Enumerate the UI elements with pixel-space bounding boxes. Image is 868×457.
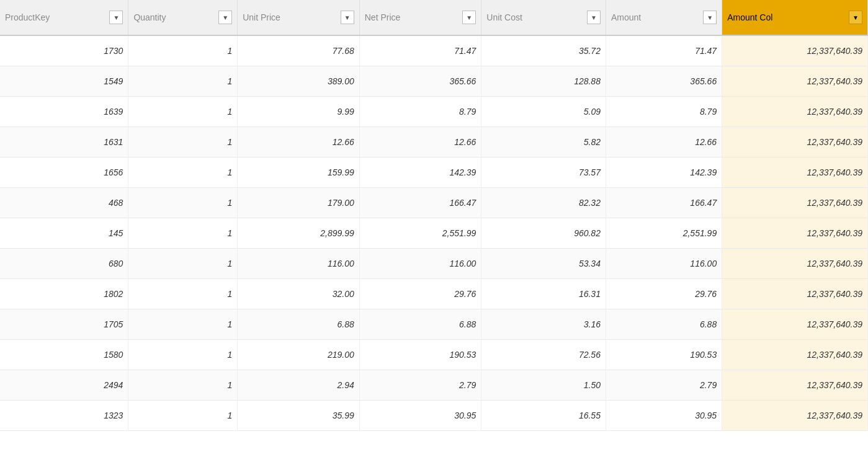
cell-netprice: 29.76: [359, 278, 481, 309]
column-label-netprice: Net Price: [365, 12, 401, 22]
cell-productkey: 468: [0, 187, 128, 218]
cell-amountcol: 12,337,640.39: [722, 187, 868, 218]
cell-quantity: 1: [128, 218, 238, 248]
cell-productkey: 680: [0, 248, 128, 278]
cell-netprice: 365.66: [359, 66, 481, 96]
column-dropdown-unitprice[interactable]: ▼: [341, 11, 354, 24]
cell-amountcol: 12,337,640.39: [722, 309, 868, 339]
column-label-unitprice: Unit Price: [243, 12, 280, 22]
cell-amountcol: 12,337,640.39: [722, 339, 868, 370]
table-row: 1323135.9930.9516.5530.9512,337,640.39: [0, 400, 868, 430]
cell-productkey: 1580: [0, 339, 128, 370]
column-header-unitcost: Unit Cost▼: [481, 0, 606, 35]
cell-unitprice: 35.99: [238, 400, 360, 430]
cell-amount: 116.00: [606, 248, 722, 278]
cell-amountcol: 12,337,640.39: [722, 218, 868, 248]
column-label-amount: Amount: [611, 12, 641, 22]
cell-quantity: 1: [128, 370, 238, 400]
cell-netprice: 8.79: [359, 96, 481, 126]
column-dropdown-productkey[interactable]: ▼: [109, 11, 123, 24]
cell-unitcost: 16.31: [481, 278, 606, 309]
cell-netprice: 116.00: [359, 248, 481, 278]
column-dropdown-netprice[interactable]: ▼: [462, 11, 476, 24]
cell-productkey: 1639: [0, 96, 128, 126]
column-dropdown-quantity[interactable]: ▼: [218, 11, 232, 24]
cell-unitprice: 219.00: [238, 339, 360, 370]
cell-amount: 365.66: [606, 66, 722, 96]
column-header-productkey: ProductKey▼: [0, 0, 128, 35]
cell-amountcol: 12,337,640.39: [722, 96, 868, 126]
cell-unitcost: 73.57: [481, 157, 606, 187]
cell-unitprice: 159.99: [238, 157, 360, 187]
cell-unitcost: 5.82: [481, 126, 606, 157]
table-row: 249412.942.791.502.7912,337,640.39: [0, 370, 868, 400]
cell-unitprice: 6.88: [238, 309, 360, 339]
table-row: 14512,899.992,551.99960.822,551.9912,337…: [0, 218, 868, 248]
cell-quantity: 1: [128, 278, 238, 309]
cell-amountcol: 12,337,640.39: [722, 370, 868, 400]
cell-netprice: 12.66: [359, 126, 481, 157]
cell-amountcol: 12,337,640.39: [722, 400, 868, 430]
table-row: 16561159.99142.3973.57142.3912,337,640.3…: [0, 157, 868, 187]
table-row: 4681179.00166.4782.32166.4712,337,640.39: [0, 187, 868, 218]
column-header-unitprice: Unit Price▼: [238, 0, 360, 35]
cell-amountcol: 12,337,640.39: [722, 66, 868, 96]
cell-quantity: 1: [128, 309, 238, 339]
cell-unitcost: 35.72: [481, 35, 606, 66]
cell-quantity: 1: [128, 157, 238, 187]
cell-amountcol: 12,337,640.39: [722, 126, 868, 157]
cell-amountcol: 12,337,640.39: [722, 157, 868, 187]
cell-productkey: 145: [0, 218, 128, 248]
column-header-amount: Amount▼: [606, 0, 722, 35]
cell-unitcost: 960.82: [481, 218, 606, 248]
cell-netprice: 190.53: [359, 339, 481, 370]
cell-unitcost: 128.88: [481, 66, 606, 96]
cell-amountcol: 12,337,640.39: [722, 248, 868, 278]
cell-amount: 71.47: [606, 35, 722, 66]
column-label-productkey: ProductKey: [5, 12, 50, 22]
cell-unitcost: 82.32: [481, 187, 606, 218]
cell-unitprice: 2,899.99: [238, 218, 360, 248]
table-row: 1730177.6871.4735.7271.4712,337,640.39: [0, 35, 868, 66]
cell-quantity: 1: [128, 248, 238, 278]
cell-amount: 30.95: [606, 400, 722, 430]
table-row: 1631112.6612.665.8212.6612,337,640.39: [0, 126, 868, 157]
data-table: ProductKey▼Quantity▼Unit Price▼Net Price…: [0, 0, 868, 431]
cell-amount: 2,551.99: [606, 218, 722, 248]
column-header-amountcol: Amount Col▼: [722, 0, 868, 35]
cell-netprice: 2,551.99: [359, 218, 481, 248]
cell-unitprice: 32.00: [238, 278, 360, 309]
cell-unitprice: 2.94: [238, 370, 360, 400]
cell-quantity: 1: [128, 126, 238, 157]
cell-amount: 6.88: [606, 309, 722, 339]
cell-amount: 166.47: [606, 187, 722, 218]
cell-quantity: 1: [128, 66, 238, 96]
cell-unitcost: 1.50: [481, 370, 606, 400]
cell-unitcost: 16.55: [481, 400, 606, 430]
cell-productkey: 1802: [0, 278, 128, 309]
column-dropdown-amountcol[interactable]: ▼: [849, 11, 862, 24]
cell-unitprice: 9.99: [238, 96, 360, 126]
cell-amount: 29.76: [606, 278, 722, 309]
cell-amount: 12.66: [606, 126, 722, 157]
cell-unitprice: 389.00: [238, 66, 360, 96]
column-dropdown-unitcost[interactable]: ▼: [587, 11, 601, 24]
cell-quantity: 1: [128, 96, 238, 126]
column-dropdown-amount[interactable]: ▼: [703, 11, 717, 24]
table-row: 15801219.00190.5372.56190.5312,337,640.3…: [0, 339, 868, 370]
cell-productkey: 1549: [0, 66, 128, 96]
cell-unitprice: 179.00: [238, 187, 360, 218]
cell-amount: 8.79: [606, 96, 722, 126]
column-label-amountcol: Amount Col: [727, 12, 772, 22]
cell-amountcol: 12,337,640.39: [722, 278, 868, 309]
cell-quantity: 1: [128, 400, 238, 430]
table-body: 1730177.6871.4735.7271.4712,337,640.3915…: [0, 35, 868, 430]
cell-unitprice: 77.68: [238, 35, 360, 66]
column-header-netprice: Net Price▼: [359, 0, 481, 35]
cell-netprice: 30.95: [359, 400, 481, 430]
cell-amount: 2.79: [606, 370, 722, 400]
cell-productkey: 1631: [0, 126, 128, 157]
cell-unitprice: 116.00: [238, 248, 360, 278]
cell-quantity: 1: [128, 35, 238, 66]
cell-netprice: 6.88: [359, 309, 481, 339]
